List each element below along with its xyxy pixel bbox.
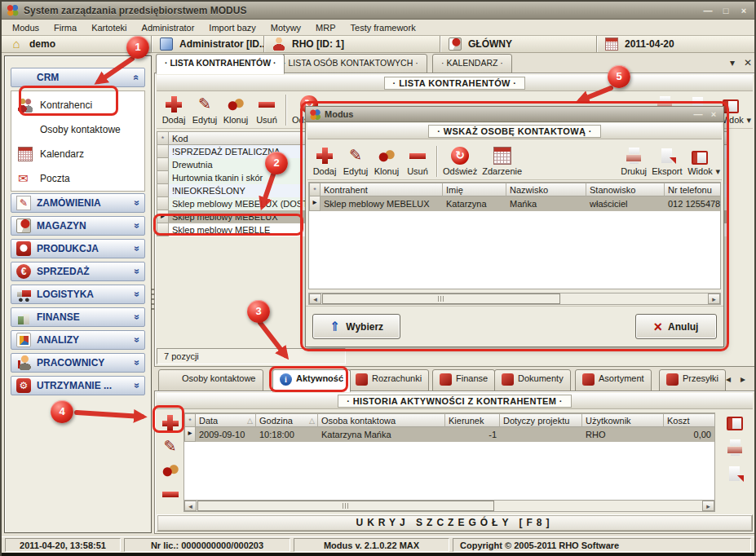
sidebar-group-crm[interactable]: CRM « — [11, 68, 145, 87]
dialog-close-button[interactable]: × — [708, 109, 719, 119]
dialog-edit-button[interactable]: ✎ Edytuj — [340, 144, 371, 177]
close-button[interactable]: × — [738, 6, 749, 15]
scroll-right-icon[interactable]: ▸ — [708, 293, 720, 304]
scroll-left-icon[interactable]: ◂ — [309, 293, 321, 304]
export-button[interactable] — [726, 465, 744, 483]
scroll-left-icon[interactable]: ◂ — [184, 501, 197, 511]
sidebar-group-logistyka[interactable]: LOGISTYKA « — [11, 285, 145, 304]
sidebar-item-kontrahenci[interactable]: Kontrahenci — [18, 95, 140, 116]
scroll-right-icon[interactable]: ▸ — [702, 501, 714, 511]
column-osoba-kontaktowa[interactable]: Osoba kontaktowa — [318, 413, 445, 427]
maximize-button[interactable]: □ — [720, 6, 732, 15]
scroll-thumb[interactable] — [197, 501, 494, 511]
menu-motywy[interactable]: Motywy — [263, 21, 308, 34]
sidebar-group-analizy[interactable]: ANALIZY « — [11, 330, 145, 350]
sidebar-group-sprzedaz[interactable]: € SPRZEDAŻ « — [11, 262, 145, 281]
branch-segment[interactable]: GŁÓWNY — [440, 36, 597, 52]
sidebar-group-magazyn[interactable]: MAGAZYN « — [11, 216, 145, 236]
select-button[interactable]: ⇑ Wybierz — [312, 314, 400, 339]
tab-kalendarz[interactable]: · KALENDARZ · — [432, 54, 512, 73]
column-nazwisko[interactable]: Nazwisko — [506, 183, 586, 196]
dialog-clone-button[interactable]: Klonuj — [371, 144, 402, 177]
column-data[interactable]: Data △ — [196, 413, 256, 427]
toolbar-caret-icon[interactable]: ▾ — [746, 115, 751, 126]
sidebar-group-utrzymanie[interactable]: ⚙ UTRZYMANIE ... « — [11, 376, 145, 395]
menu-firma[interactable]: Firma — [46, 21, 84, 34]
dialog-print-button[interactable]: Drukuj — [618, 144, 649, 177]
detail-tab-dokumenty[interactable]: Dokumenty — [494, 369, 571, 391]
scroll-thumb[interactable] — [322, 293, 560, 304]
menu-testy-framework[interactable]: Testy framework — [343, 21, 423, 34]
delete-button[interactable]: Usuń — [251, 93, 282, 126]
column-imie[interactable]: Imię — [443, 183, 506, 196]
menu-administrator[interactable]: Administrator — [135, 21, 202, 34]
contact-row-selected[interactable]: ▸ Sklep meblowy MEBELUX Katarzyna Mańka … — [309, 196, 720, 211]
detail-tab-rozrachunki[interactable]: Rozrachunki — [348, 369, 429, 391]
menu-import-bazy[interactable]: Import bazy — [201, 21, 263, 34]
delete-activity-button[interactable] — [161, 485, 179, 503]
operator-segment[interactable]: RHO [ID: 1] — [264, 36, 440, 52]
menu-modus[interactable]: Modus — [5, 21, 46, 34]
sidebar-group-finanse[interactable]: FINANSE « — [11, 307, 145, 327]
sidebar-item-poczta[interactable]: ✉ Poczta — [18, 168, 140, 189]
activity-row-selected[interactable]: ▸ 2009-09-10 10:18:00 Katarzyna Mańka -1… — [184, 427, 714, 442]
edit-activity-button[interactable]: ✎ — [161, 438, 179, 456]
sidebar-item-kalendarz[interactable]: Kalendarz — [18, 143, 140, 165]
view-button[interactable] — [727, 417, 743, 430]
minimize-button[interactable]: — — [702, 6, 714, 15]
expand-chevron-icon[interactable]: « — [131, 246, 143, 252]
hide-details-bar[interactable]: UKRYJ SZCZEGÓŁY [F8] — [157, 514, 753, 532]
date-segment[interactable]: 2011-04-20 — [597, 36, 754, 52]
database-segment[interactable]: ⌂ demo — [2, 36, 152, 52]
menu-mrp[interactable]: MRP — [308, 21, 343, 34]
column-koszt[interactable]: Koszt — [664, 413, 714, 427]
clone-button[interactable]: Klonuj — [220, 93, 251, 126]
expand-chevron-icon[interactable]: « — [131, 315, 143, 320]
sidebar-group-pracownicy[interactable]: PRACOWNICY « — [11, 353, 145, 373]
dialog-minimize-button[interactable]: — — [692, 109, 704, 119]
column-nr-telefonu[interactable]: Nr telefonu — [665, 183, 720, 196]
detail-tab-osoby-kontaktowe[interactable]: Osoby kontaktowe — [158, 369, 263, 391]
dialog-add-button[interactable]: Dodaj — [309, 144, 340, 177]
expand-chevron-icon[interactable]: « — [131, 201, 143, 206]
tab-lista-kontrahentow[interactable]: · LISTA KONTRAHENTÓW · — [156, 54, 285, 74]
column-kontrahent[interactable]: Kontrahent — [321, 183, 443, 196]
detail-tab-asortyment[interactable]: Asortyment — [575, 369, 652, 391]
detail-tabs-scroll-right-icon[interactable]: ▸ — [741, 373, 745, 385]
print-button[interactable] — [726, 439, 744, 457]
cancel-button[interactable]: × Anuluj — [635, 314, 717, 339]
column-kierunek[interactable]: Kierunek — [445, 413, 500, 427]
expand-chevron-icon[interactable]: « — [131, 292, 143, 298]
collapse-chevron-icon[interactable]: « — [131, 75, 143, 81]
activity-hscrollbar[interactable]: ◂ ▸ — [183, 500, 715, 512]
expand-chevron-icon[interactable]: « — [131, 383, 143, 389]
tab-close-icon[interactable]: ✕ — [744, 57, 752, 68]
edit-button[interactable]: ✎ Edytuj — [189, 93, 220, 126]
add-activity-button[interactable] — [161, 414, 179, 432]
dialog-view-button[interactable]: Widok — [684, 144, 715, 177]
column-uzytkownik[interactable]: Użytkownik — [582, 413, 664, 427]
expand-chevron-icon[interactable]: « — [131, 338, 143, 343]
expand-chevron-icon[interactable]: « — [131, 360, 143, 366]
expand-chevron-icon[interactable]: « — [131, 223, 143, 229]
tab-lista-osob-kontaktowych[interactable]: · LISTA OSÓB KONTAKTOWYCH · — [274, 54, 427, 73]
detail-tab-przesylki[interactable]: Przesyłki — [659, 369, 726, 391]
add-button[interactable]: Dodaj — [158, 93, 189, 126]
dialog-event-button[interactable]: Zdarzenie — [480, 144, 524, 177]
sidebar-item-osoby-kontaktowe[interactable]: Osoby kontaktowe — [18, 119, 140, 140]
dialog-refresh-button[interactable]: ↻ Odśwież — [440, 144, 480, 177]
tab-list-caret-icon[interactable]: ▾ — [730, 57, 735, 68]
column-stanowisko[interactable]: Stanowisko — [586, 183, 665, 196]
dialog-export-button[interactable]: Eksport — [649, 144, 684, 177]
detail-tabs-scroll-left-icon[interactable]: ◂ — [726, 373, 731, 385]
detail-tab-finanse[interactable]: Finanse — [432, 369, 495, 391]
column-dotyczy-projektu[interactable]: Dotyczy projektu — [500, 413, 582, 427]
sidebar-group-produkcja[interactable]: PRODUKCJA « — [11, 239, 145, 258]
column-godzina[interactable]: Godzina △ — [256, 413, 318, 427]
menu-kartoteki[interactable]: Kartoteki — [84, 21, 134, 34]
clone-activity-button[interactable] — [161, 461, 179, 479]
dialog-hscrollbar[interactable]: ◂ ▸ — [308, 293, 721, 305]
expand-chevron-icon[interactable]: « — [131, 269, 143, 275]
detail-tab-aktywnosc[interactable]: i Aktywność — [272, 369, 351, 392]
dialog-toolbar-caret-icon[interactable]: ▾ — [715, 166, 720, 177]
